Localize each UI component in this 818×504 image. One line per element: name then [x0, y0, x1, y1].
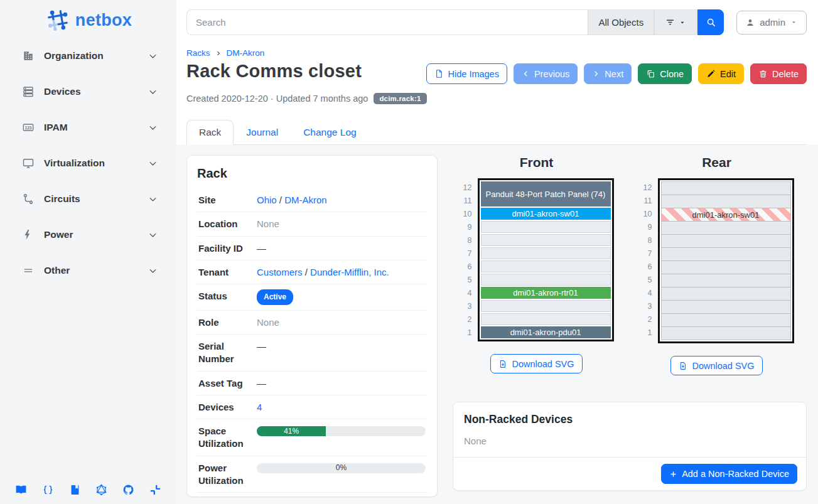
- search-input[interactable]: [186, 9, 588, 35]
- elevation-front: Front121110987654321Panduit 48-Port Patc…: [446, 155, 627, 375]
- elevation-rear: Rear121110987654321dmi01-akron-sw01Downl…: [627, 155, 807, 375]
- left-column: Rack SiteOhio / DM-AkronLocationNoneFaci…: [186, 155, 438, 504]
- docs-link[interactable]: [15, 484, 27, 496]
- hide-images-button[interactable]: Hide Images: [426, 63, 507, 84]
- sidebar-item-other[interactable]: Other: [0, 258, 176, 283]
- link-ohio[interactable]: Ohio: [257, 195, 277, 205]
- search-filter-button[interactable]: [654, 9, 697, 35]
- sidebar-item-organization[interactable]: Organization: [0, 43, 176, 68]
- empty-rack-unit[interactable]: [481, 247, 611, 259]
- empty-rack-unit[interactable]: [661, 181, 791, 195]
- device-dmi01-akron-pdu01[interactable]: dmi01-akron-pdu01: [481, 326, 611, 338]
- netbox-logo[interactable]: netbox: [0, 0, 176, 38]
- device-panduit-48-port-patch-panel-74[interactable]: Panduit 48-Port Patch Panel (74): [481, 181, 611, 206]
- empty-rack-unit[interactable]: [481, 313, 611, 325]
- link-dunder-mifflin-inc[interactable]: Dunder-Mifflin, Inc.: [310, 267, 389, 277]
- action-buttons: Hide Images Previous Next Clone: [426, 63, 807, 84]
- empty-rack-unit[interactable]: [661, 326, 791, 340]
- empty-rack-unit[interactable]: [481, 234, 611, 246]
- empty-rack-unit[interactable]: [661, 234, 791, 248]
- organization-icon: [22, 50, 35, 62]
- unit-number: 6: [640, 260, 652, 274]
- docs-icon: [15, 484, 27, 496]
- power-icon: [22, 228, 35, 241]
- row-label: Space Utilization: [198, 424, 257, 451]
- download-svg-button-rear[interactable]: Download SVG: [670, 356, 762, 375]
- row-value: —: [257, 377, 426, 390]
- empty-rack-unit[interactable]: [481, 260, 611, 272]
- row-value: 4: [257, 400, 426, 414]
- empty-rack-unit[interactable]: [481, 221, 611, 233]
- add-non-racked-device-button[interactable]: Add a Non-Racked Device: [661, 464, 797, 484]
- edit-button[interactable]: Edit: [698, 63, 744, 84]
- chevron-down-icon: [148, 266, 158, 276]
- muted-value: None: [257, 218, 279, 229]
- page-header: All Objects admin RacksDM-Akron: [176, 0, 818, 145]
- empty-rack-unit[interactable]: [481, 300, 611, 312]
- rack-row-status: StatusActive: [197, 284, 427, 311]
- circuits-icon: [22, 193, 35, 205]
- trash-icon: [758, 69, 768, 78]
- elevation-title: Front: [520, 155, 554, 170]
- unit-number: 3: [460, 300, 472, 313]
- sidebar-menu: OrganizationDevices123IPAMVirtualization…: [0, 38, 176, 294]
- link-dm-akron[interactable]: DM-Akron: [284, 195, 327, 205]
- download-svg-label: Download SVG: [512, 359, 574, 369]
- breadcrumb-link-racks[interactable]: Racks: [186, 48, 210, 58]
- empty-rack-unit[interactable]: [661, 274, 791, 287]
- sidebar-item-circuits[interactable]: Circuits: [0, 186, 176, 212]
- row-label: Location: [198, 217, 257, 230]
- api-docs-link[interactable]: [69, 484, 81, 496]
- empty-rack-unit[interactable]: [481, 274, 611, 286]
- muted-value: None: [257, 317, 279, 328]
- sidebar-item-label: Circuits: [44, 193, 148, 205]
- object-type-selector[interactable]: All Objects: [588, 9, 654, 35]
- next-button[interactable]: Next: [584, 63, 632, 84]
- rack-box: Panduit 48-Port Patch Panel (74)dmi01-ak…: [478, 178, 614, 341]
- device-dmi01-akron-rtr01[interactable]: dmi01-akron-rtr01: [481, 287, 611, 299]
- user-menu[interactable]: admin: [736, 11, 807, 35]
- tab-change-log[interactable]: Change Log: [291, 120, 369, 145]
- rack-box: dmi01-akron-sw01: [658, 178, 794, 343]
- empty-rack-unit[interactable]: [661, 221, 791, 235]
- tab-rack[interactable]: Rack: [186, 120, 234, 145]
- sidebar-item-devices[interactable]: Devices: [0, 79, 176, 104]
- github-link[interactable]: [122, 484, 134, 496]
- unit-number: 5: [460, 274, 472, 287]
- delete-button[interactable]: Delete: [750, 63, 807, 84]
- sidebar-item-ipam[interactable]: 123IPAM: [0, 115, 176, 140]
- search-button[interactable]: [697, 9, 724, 35]
- breadcrumb-link-dm-akron[interactable]: DM-Akron: [227, 48, 265, 58]
- previous-button[interactable]: Previous: [514, 63, 578, 84]
- graphql-link[interactable]: [95, 484, 107, 496]
- unit-number: 3: [640, 300, 652, 313]
- download-svg-button-front[interactable]: Download SVG: [490, 354, 582, 373]
- empty-rack-unit[interactable]: [661, 260, 791, 274]
- row-label: Site: [198, 193, 257, 206]
- devices-count-link[interactable]: 4: [257, 402, 262, 412]
- row-value: —: [257, 242, 426, 255]
- unit-number: 1: [460, 326, 472, 340]
- empty-rack-unit[interactable]: [661, 247, 791, 261]
- row-value: Ohio / DM-Akron: [257, 193, 426, 206]
- empty-rack-unit[interactable]: [661, 300, 791, 314]
- sidebar-item-label: Virtualization: [44, 158, 148, 169]
- link-customers[interactable]: Customers: [257, 267, 303, 277]
- slack-link[interactable]: [149, 484, 161, 496]
- row-label: Devices: [198, 400, 257, 414]
- empty-rack-unit[interactable]: [661, 287, 791, 301]
- rest-api-link[interactable]: [42, 484, 54, 496]
- sidebar-item-power[interactable]: Power: [0, 222, 176, 247]
- row-value: None: [257, 217, 426, 230]
- clone-button[interactable]: Clone: [638, 63, 692, 84]
- chevron-down-icon: [148, 51, 158, 61]
- tab-journal[interactable]: Journal: [234, 120, 291, 145]
- search-icon: [706, 17, 716, 28]
- empty-rack-unit[interactable]: [661, 195, 791, 208]
- device-dmi01-akron-sw01[interactable]: dmi01-akron-sw01: [481, 208, 611, 220]
- sidebar-item-virtualization[interactable]: Virtualization: [0, 151, 176, 176]
- download-file-icon: [498, 360, 507, 368]
- api-docs-icon: [69, 484, 81, 496]
- device-dmi01-akron-sw01-rear[interactable]: dmi01-akron-sw01: [661, 208, 791, 222]
- empty-rack-unit[interactable]: [661, 313, 791, 327]
